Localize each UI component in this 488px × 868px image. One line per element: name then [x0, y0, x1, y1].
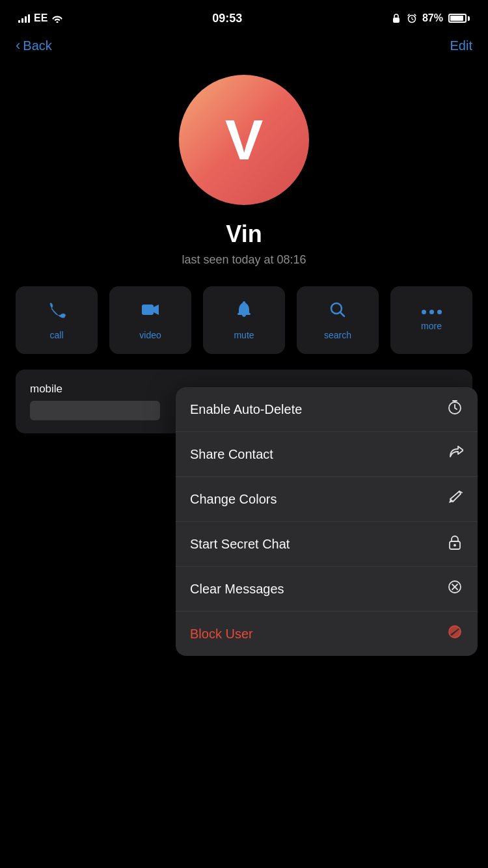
video-icon — [141, 301, 160, 323]
back-button[interactable]: ‹ Back — [16, 38, 52, 54]
phone-icon — [47, 301, 66, 323]
avatar: V — [179, 75, 309, 205]
menu-item-block-user[interactable]: Block User — [176, 612, 478, 656]
lock-icon — [446, 534, 463, 554]
status-right: 87% — [391, 12, 470, 24]
contact-status: last seen today at 08:16 — [182, 253, 306, 267]
status-bar: EE 09:53 87% — [0, 0, 488, 33]
context-menu: Enable Auto-Delete Share Contact Change … — [176, 387, 478, 656]
more-button[interactable]: more — [390, 286, 472, 354]
battery-icon — [448, 14, 470, 23]
auto-delete-label: Enable Auto-Delete — [190, 402, 302, 417]
svg-point-4 — [243, 301, 245, 304]
menu-item-secret-chat[interactable]: Start Secret Chat — [176, 522, 478, 567]
share-contact-label: Share Contact — [190, 447, 273, 462]
block-icon — [446, 623, 463, 644]
more-dots — [422, 310, 442, 314]
battery-percent: 87% — [422, 12, 443, 24]
nav-bar: ‹ Back Edit — [0, 33, 488, 62]
call-label: call — [49, 330, 63, 340]
svg-rect-0 — [393, 18, 400, 23]
menu-item-share-contact[interactable]: Share Contact — [176, 432, 478, 477]
avatar-initial: V — [225, 107, 264, 173]
mute-button[interactable]: mute — [203, 286, 285, 354]
video-button[interactable]: video — [109, 286, 191, 354]
video-label: video — [139, 330, 161, 340]
menu-item-auto-delete[interactable]: Enable Auto-Delete — [176, 387, 478, 432]
status-time: 09:53 — [212, 12, 242, 25]
contact-info-value — [30, 401, 160, 420]
menu-item-change-colors[interactable]: Change Colors — [176, 477, 478, 522]
call-button[interactable]: call — [16, 286, 98, 354]
search-icon — [329, 301, 347, 323]
svg-rect-2 — [142, 305, 154, 315]
menu-item-clear-messages[interactable]: Clear Messages — [176, 567, 478, 612]
search-button[interactable]: search — [297, 286, 379, 354]
secret-chat-label: Start Secret Chat — [190, 537, 290, 552]
lock-icon — [391, 13, 401, 23]
more-label: more — [421, 321, 442, 331]
change-colors-label: Change Colors — [190, 492, 277, 507]
wifi-icon — [51, 14, 63, 23]
action-buttons: call video mute search — [0, 286, 488, 370]
svg-point-8 — [454, 544, 456, 547]
palette-icon — [446, 489, 463, 509]
timer-icon — [446, 399, 463, 420]
avatar-section: V Vin last seen today at 08:16 — [0, 62, 488, 286]
status-left: EE — [18, 12, 63, 24]
clear-messages-label: Clear Messages — [190, 582, 284, 597]
block-user-label: Block User — [190, 627, 253, 642]
carrier-label: EE — [34, 12, 47, 24]
signal-bars — [18, 14, 30, 23]
mute-label: mute — [234, 330, 254, 340]
clear-icon — [446, 578, 463, 599]
alarm-icon — [407, 13, 417, 23]
svg-rect-3 — [237, 313, 251, 315]
back-chevron: ‹ — [16, 37, 20, 54]
edit-button[interactable]: Edit — [450, 38, 472, 53]
bell-icon — [236, 301, 252, 323]
share-icon — [446, 444, 463, 465]
search-label: search — [324, 330, 351, 340]
contact-name: Vin — [226, 221, 262, 248]
back-label: Back — [23, 38, 51, 53]
